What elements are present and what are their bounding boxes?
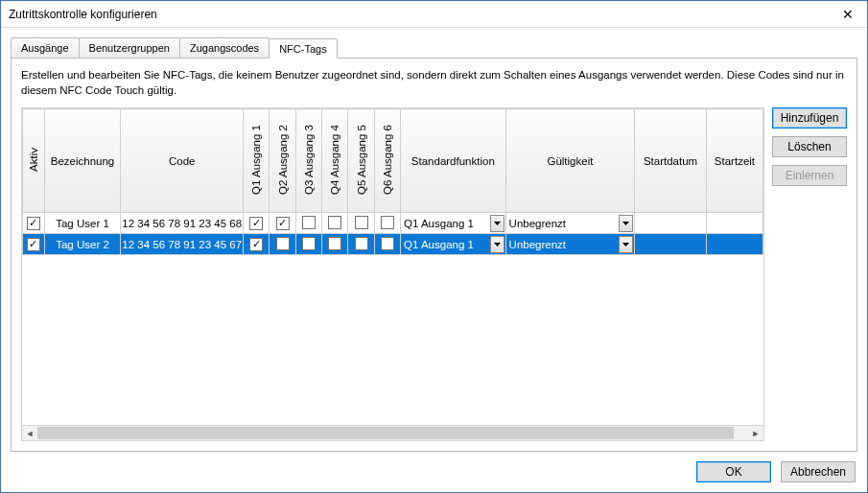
q1-checkbox[interactable]: ✓ — [249, 238, 263, 251]
scroll-track[interactable] — [37, 426, 748, 440]
tab-nfc-tags[interactable]: NFC-Tags — [269, 38, 338, 59]
panel-description: Erstellen und bearbeiten Sie NFC-Tags, d… — [21, 68, 847, 107]
q3-checkbox[interactable] — [302, 216, 316, 229]
scroll-left-icon[interactable]: ◄ — [22, 426, 37, 440]
gueltig-select-dropdown-icon[interactable] — [619, 236, 633, 253]
tab-zugangscodes[interactable]: Zugangscodes — [179, 37, 270, 58]
startzeit-cell[interactable] — [706, 234, 762, 255]
dialog-window: Zutrittskontrolle konfigurieren ✕ Ausgän… — [0, 0, 868, 493]
col-standard[interactable]: Standardfunktion — [401, 109, 506, 213]
q5-checkbox[interactable] — [355, 216, 368, 229]
tab-ausgaenge[interactable]: Ausgänge — [11, 37, 80, 58]
aktiv-checkbox[interactable]: ✓ — [27, 217, 40, 230]
col-aktiv[interactable]: Aktiv — [23, 109, 45, 213]
standard-select-dropdown-icon[interactable] — [490, 236, 504, 253]
aktiv-checkbox[interactable]: ✓ — [27, 238, 40, 251]
learn-button[interactable]: Einlernen — [772, 165, 847, 186]
close-icon[interactable]: ✕ — [829, 1, 867, 27]
q3-checkbox[interactable] — [302, 237, 316, 250]
standard-select-value: Q1 Ausgang 1 — [401, 218, 490, 229]
q6-checkbox[interactable] — [381, 237, 394, 250]
gueltig-select-value: Unbegrenzt — [506, 239, 620, 250]
bezeichnung-cell[interactable]: Tag User 1 — [44, 213, 121, 234]
titlebar: Zutrittskontrolle konfigurieren ✕ — [1, 1, 867, 28]
horizontal-scrollbar[interactable]: ◄ ► — [22, 425, 763, 440]
standard-select-dropdown-icon[interactable] — [490, 215, 504, 232]
table-row[interactable]: ✓Tag User 212 34 56 78 91 23 45 67✓Q1 Au… — [23, 234, 763, 255]
scroll-thumb[interactable] — [37, 427, 734, 439]
content-row: Aktiv Bezeichnung Code Q1 Ausgang 1 Q2 A… — [21, 107, 847, 441]
tab-panel-nfc: Erstellen und bearbeiten Sie NFC-Tags, d… — [11, 58, 857, 452]
q2-checkbox[interactable] — [276, 237, 290, 250]
scroll-right-icon[interactable]: ► — [748, 426, 763, 440]
cancel-button[interactable]: Abbrechen — [781, 461, 856, 482]
table-scroll: Aktiv Bezeichnung Code Q1 Ausgang 1 Q2 A… — [21, 107, 764, 441]
tab-benutzergruppen[interactable]: Benutzergruppen — [79, 37, 180, 58]
window-title: Zutrittskontrolle konfigurieren — [9, 8, 829, 21]
q2-checkbox[interactable]: ✓ — [276, 217, 290, 230]
code-cell[interactable]: 12 34 56 78 91 23 45 67 — [121, 234, 244, 255]
tab-bar: Ausgänge Benutzergruppen Zugangscodes NF… — [1, 28, 867, 58]
nfc-table: Aktiv Bezeichnung Code Q1 Ausgang 1 Q2 A… — [22, 108, 763, 255]
code-cell[interactable]: 12 34 56 78 91 23 45 68 — [121, 213, 244, 234]
add-button[interactable]: Hinzufügen — [772, 107, 847, 129]
col-q6[interactable]: Q6 Ausgang 6 — [374, 109, 400, 213]
gueltig-select-dropdown-icon[interactable] — [619, 215, 633, 232]
col-startzeit[interactable]: Startzeit — [706, 109, 762, 213]
gueltig-select-value: Unbegrenzt — [506, 218, 620, 229]
q6-checkbox[interactable] — [381, 216, 394, 229]
col-q5[interactable]: Q5 Ausgang 5 — [348, 109, 374, 213]
table-row[interactable]: ✓Tag User 112 34 56 78 91 23 45 68✓✓Q1 A… — [23, 213, 763, 234]
q4-checkbox[interactable] — [328, 237, 341, 250]
delete-button[interactable]: Löschen — [772, 136, 847, 157]
ok-button[interactable]: OK — [696, 461, 771, 482]
dialog-footer: OK Abbrechen — [1, 452, 867, 492]
startzeit-cell[interactable] — [706, 213, 762, 234]
q1-checkbox[interactable]: ✓ — [249, 217, 263, 230]
col-code[interactable]: Code — [121, 109, 244, 213]
q5-checkbox[interactable] — [355, 237, 368, 250]
col-q2[interactable]: Q2 Ausgang 2 — [270, 109, 295, 213]
startdatum-cell[interactable] — [635, 234, 707, 255]
table-area: Aktiv Bezeichnung Code Q1 Ausgang 1 Q2 A… — [21, 107, 764, 441]
startdatum-cell[interactable] — [635, 213, 707, 234]
col-gueltig[interactable]: Gültigkeit — [505, 109, 635, 213]
col-startdatum[interactable]: Startdatum — [635, 109, 707, 213]
col-q4[interactable]: Q4 Ausgang 4 — [322, 109, 348, 213]
col-q3[interactable]: Q3 Ausgang 3 — [295, 109, 321, 213]
side-buttons: Hinzufügen Löschen Einlernen — [772, 107, 847, 441]
bezeichnung-cell[interactable]: Tag User 2 — [44, 234, 121, 255]
col-bezeichnung[interactable]: Bezeichnung — [44, 109, 121, 213]
col-q1[interactable]: Q1 Ausgang 1 — [243, 109, 269, 213]
standard-select-value: Q1 Ausgang 1 — [401, 239, 490, 250]
q4-checkbox[interactable] — [328, 216, 341, 229]
